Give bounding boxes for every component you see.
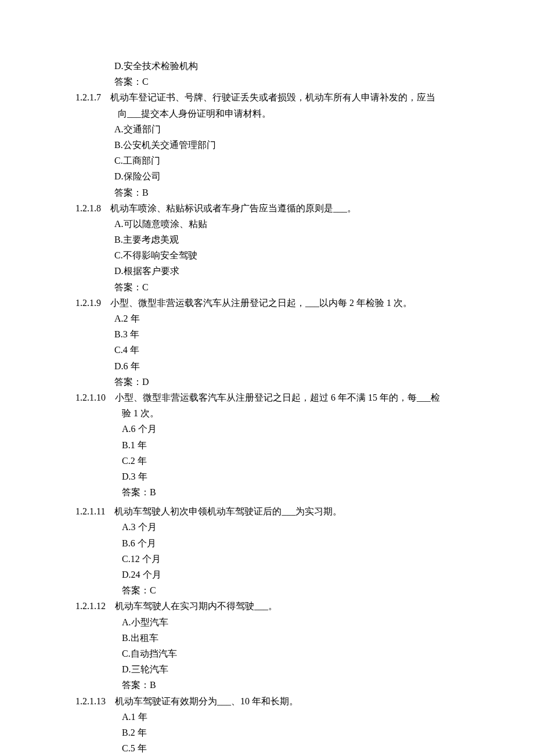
answer: 答案：C: [75, 582, 459, 598]
question-number: 1.2.1.10: [75, 393, 106, 402]
question-body: 机动车驾驶证有效期分为___、10 年和长期。: [115, 696, 298, 706]
question-number: 1.2.1.7: [75, 92, 101, 102]
question-text: 1.2.1.10 小型、微型非营运载客汽车从注册登记之日起，超过 6 年不满 1…: [75, 390, 459, 405]
question-1-2-1-7: 1.2.1.7 机动车登记证书、号牌、行驶证丢失或者损毁，机动车所有人申请补发的…: [75, 89, 459, 200]
question-body: 机动车驾驶人初次申领机动车驾驶证后的___为实习期。: [114, 506, 342, 516]
question-1-2-1-12: 1.2.1.12 机动车驾驶人在实习期内不得驾驶___。 A.小型汽车 B.出租…: [75, 598, 459, 693]
answer: 答案：B: [75, 677, 459, 693]
question-number: 1.2.1.9: [75, 298, 101, 308]
answer: 答案：B: [75, 484, 459, 500]
answer: 答案：B: [75, 185, 459, 200]
option-c: C.不得影响安全驾驶: [75, 247, 459, 263]
option-c: C.工商部门: [75, 153, 459, 168]
option-d: D.三轮汽车: [75, 661, 459, 677]
answer: 答案：D: [75, 374, 459, 390]
question-body: 机动车登记证书、号牌、行驶证丢失或者损毁，机动车所有人申请补发的，应当: [110, 92, 435, 102]
question-text: 1.2.1.9 小型、微型非营运载客汽车从注册登记之日起，___以内每 2 年检…: [75, 295, 459, 311]
option-a: A.3 个月: [75, 519, 459, 535]
question-number: 1.2.1.12: [75, 601, 106, 611]
option-b: B.2 年: [75, 725, 459, 740]
option-d: D.3 年: [75, 469, 459, 484]
question-number: 1.2.1.8: [75, 203, 101, 213]
option-a: A.2 年: [75, 311, 459, 326]
question-text: 1.2.1.7 机动车登记证书、号牌、行驶证丢失或者损毁，机动车所有人申请补发的…: [75, 89, 459, 105]
option-b: B.公安机关交通管理部门: [75, 137, 459, 153]
pre-option-d: D.安全技术检验机构: [75, 58, 459, 74]
option-d: D.6 年: [75, 358, 459, 374]
question-body: 小型、微型非营运载客汽车从注册登记之日起，超过 6 年不满 15 年的，每___…: [115, 393, 440, 402]
option-d: D.保险公司: [75, 168, 459, 184]
option-c: C.自动挡汽车: [75, 646, 459, 661]
option-c: C.2 年: [75, 453, 459, 469]
option-c: C.4 年: [75, 342, 459, 358]
option-a: A.1 年: [75, 709, 459, 725]
option-b: B.出租车: [75, 630, 459, 646]
option-a: A.6 个月: [75, 421, 459, 437]
question-1-2-1-8: 1.2.1.8 机动车喷涂、粘贴标识或者车身广告应当遵循的原则是___。 A.可…: [75, 200, 459, 295]
question-body: 机动车驾驶人在实习期内不得驾驶___。: [115, 601, 277, 611]
question-text: 1.2.1.11 机动车驾驶人初次申领机动车驾驶证后的___为实习期。: [75, 503, 459, 519]
option-b: B.主要考虑美观: [75, 232, 459, 247]
question-1-2-1-11: 1.2.1.11 机动车驾驶人初次申领机动车驾驶证后的___为实习期。 A.3 …: [75, 503, 459, 598]
document-content: D.安全技术检验机构 答案：C 1.2.1.7 机动车登记证书、号牌、行驶证丢失…: [75, 58, 459, 756]
option-a: A.可以随意喷涂、粘贴: [75, 216, 459, 232]
question-text: 1.2.1.13 机动车驾驶证有效期分为___、10 年和长期。: [75, 693, 459, 709]
question-body: 机动车喷涂、粘贴标识或者车身广告应当遵循的原则是___。: [110, 203, 356, 213]
question-1-2-1-10: 1.2.1.10 小型、微型非营运载客汽车从注册登记之日起，超过 6 年不满 1…: [75, 390, 459, 500]
pre-answer: 答案：C: [75, 74, 459, 89]
option-b: B.3 年: [75, 326, 459, 342]
option-d: D.根据客户要求: [75, 263, 459, 279]
question-text: 1.2.1.12 机动车驾驶人在实习期内不得驾驶___。: [75, 598, 459, 614]
question-continuation: 向___提交本人身份证明和申请材料。: [75, 106, 459, 121]
question-continuation: 验 1 次。: [75, 405, 459, 421]
option-a: A.交通部门: [75, 121, 459, 137]
option-b: B.1 年: [75, 437, 459, 453]
option-a: A.小型汽车: [75, 614, 459, 630]
question-1-2-1-9: 1.2.1.9 小型、微型非营运载客汽车从注册登记之日起，___以内每 2 年检…: [75, 295, 459, 390]
option-c: C.12 个月: [75, 551, 459, 567]
answer: 答案：C: [75, 279, 459, 295]
option-c: C.5 年: [75, 740, 459, 756]
question-body: 小型、微型非营运载客汽车从注册登记之日起，___以内每 2 年检验 1 次。: [110, 298, 412, 308]
option-b: B.6 个月: [75, 535, 459, 551]
option-d: D.24 个月: [75, 567, 459, 582]
question-text: 1.2.1.8 机动车喷涂、粘贴标识或者车身广告应当遵循的原则是___。: [75, 200, 459, 216]
question-number: 1.2.1.13: [75, 696, 106, 706]
question-1-2-1-13: 1.2.1.13 机动车驾驶证有效期分为___、10 年和长期。 A.1 年 B…: [75, 693, 459, 757]
question-number: 1.2.1.11: [75, 506, 105, 516]
